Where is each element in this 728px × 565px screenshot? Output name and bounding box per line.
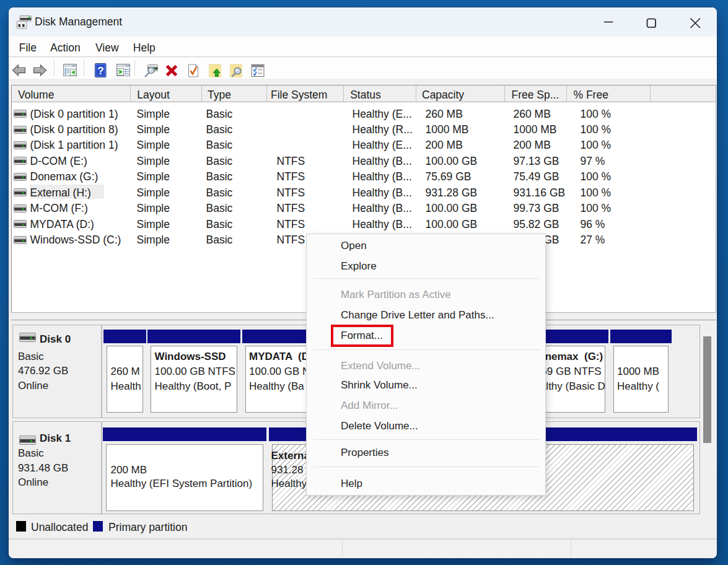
svg-text:?: ?	[97, 65, 103, 77]
